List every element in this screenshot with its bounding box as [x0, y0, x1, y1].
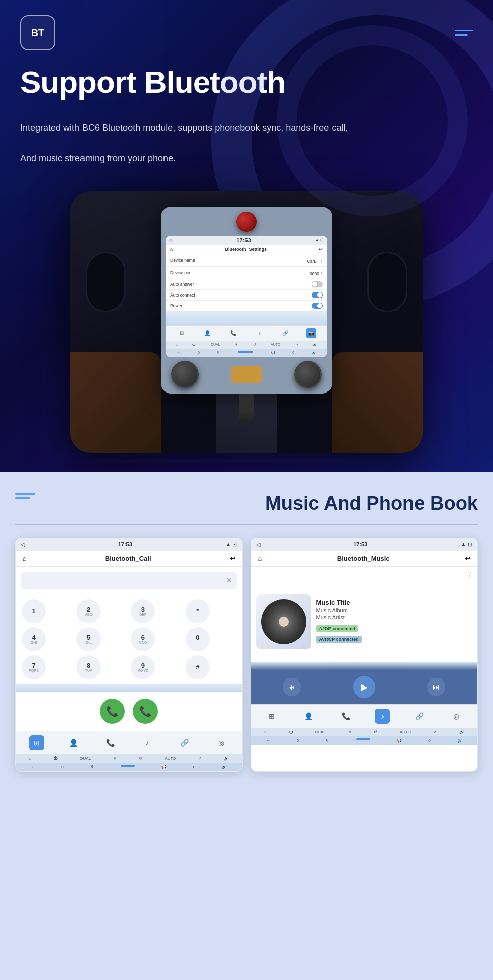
call-signal: ▲ ⊡	[226, 541, 237, 548]
nav-camera-icon[interactable]: 📷	[306, 328, 316, 338]
power-toggle[interactable]	[312, 303, 323, 309]
knob-row	[166, 361, 327, 388]
m-nav-note-icon[interactable]: ♪	[375, 709, 390, 724]
key-main: 9	[141, 662, 145, 669]
nav-phone-icon[interactable]: 📞	[103, 735, 118, 750]
bt-settings-screen: ◁ 17:53 ▲ ⊡ ⌂ Bluetooth_Settings ↩	[166, 236, 327, 357]
s-back: ←	[177, 351, 180, 355]
status-auto: AUTO	[271, 343, 280, 347]
ms-home: ⌂	[264, 730, 267, 734]
avrcp-badge: AVRCP connected	[316, 636, 362, 643]
nav-grid-icon[interactable]: ⊞	[29, 735, 44, 750]
ms-m: 🎙	[325, 738, 330, 743]
s-zero: 0	[198, 351, 200, 355]
call-search-bar[interactable]: ✕	[21, 572, 237, 589]
power-row[interactable]: Power	[166, 301, 327, 311]
car-container: ◁ 17:53 ▲ ⊡ ⌂ Bluetooth_Settings ↩	[20, 181, 473, 463]
prev-button[interactable]: ⏮	[283, 678, 301, 696]
call-back-icon: ↩	[230, 555, 235, 562]
logo-text: BT	[31, 27, 45, 39]
dial-key-4[interactable]: 4 GHI	[22, 627, 46, 651]
disc-center	[279, 617, 289, 627]
search-clear-icon[interactable]: ✕	[226, 576, 232, 584]
dial-key-6[interactable]: 6 MNO	[131, 627, 155, 651]
dial-key-star[interactable]: *	[186, 599, 210, 623]
screen-unit: ◁ 17:53 ▲ ⊡ ⌂ Bluetooth_Settings ↩	[161, 207, 332, 394]
key-main: 2	[87, 606, 90, 613]
device-pin-value: 0000	[310, 271, 319, 276]
nav-person-icon[interactable]: 👤	[66, 735, 81, 750]
bt-screen: ◁ 17:53 ▲ ⊡ ⌂ Bluetooth_Settings ↩	[166, 236, 327, 357]
screen-knob	[236, 212, 257, 232]
album-art	[256, 594, 311, 649]
m-nav-grid-icon[interactable]: ⊞	[264, 709, 279, 724]
nav-music-icon[interactable]: ♪	[255, 328, 265, 338]
dial-key-0[interactable]: 0 -	[186, 627, 210, 651]
m-nav-link-icon[interactable]: 🔗	[412, 709, 427, 724]
device-name-row: Device name CarBT	[166, 254, 327, 267]
call-status-bar-2: ← 0 🎙 📢 0 🔉	[16, 763, 242, 771]
nav-target-icon[interactable]: ◎	[214, 735, 229, 750]
end-call-button[interactable]: 📞	[133, 699, 158, 724]
ms-spk: 🔊	[459, 730, 464, 734]
s-m: 🎙	[90, 765, 94, 769]
music-note-icon: ♪	[468, 569, 472, 579]
a2dp-badge: A2DP connected	[316, 625, 358, 632]
s-loop: ↺	[139, 756, 142, 761]
dial-key-7[interactable]: 7 PQRS	[22, 655, 46, 679]
hero-divider	[20, 110, 473, 110]
nav-note-icon[interactable]: ♪	[140, 735, 155, 750]
m-nav-person-icon[interactable]: 👤	[301, 709, 316, 724]
ms-z2: 0	[428, 738, 430, 743]
s-v2: 🔉	[222, 765, 227, 769]
hamburger-line-1	[455, 30, 473, 31]
section-divider	[15, 524, 478, 525]
dial-key-1[interactable]: 1	[22, 599, 46, 623]
nav-phone-icon[interactable]: 📞	[228, 328, 238, 338]
menu-button[interactable]	[455, 30, 473, 36]
dial-key-9[interactable]: 9 WXYZ	[131, 655, 155, 679]
section-menu-icon[interactable]	[15, 493, 35, 499]
auto-connect-row[interactable]: Auto connect	[166, 290, 327, 301]
home-icon-small: ⌂	[170, 247, 173, 252]
call-button[interactable]: 📞	[100, 699, 125, 724]
m-nav-phone-icon[interactable]: 📞	[338, 709, 353, 724]
key-main: #	[196, 664, 199, 670]
play-button[interactable]: ▶	[353, 676, 375, 698]
auto-answer-row[interactable]: Auto answer	[166, 279, 327, 290]
music-time: 17:53	[353, 541, 367, 547]
bt-logo: BT	[20, 15, 55, 50]
nav-link-icon[interactable]: 🔗	[280, 328, 290, 338]
section-title: Music And Phone Book	[265, 493, 478, 514]
nav-bar: BT	[20, 15, 473, 50]
s-sp: 📢	[161, 765, 167, 769]
nav-person-icon[interactable]: 👤	[202, 328, 212, 338]
status-dual: DUAL	[211, 343, 220, 347]
vent-right	[367, 252, 407, 312]
key-main: 0	[196, 634, 199, 641]
key-main: 8	[87, 662, 90, 669]
dial-key-5[interactable]: 5 JKL	[76, 627, 101, 651]
dial-key-2[interactable]: 2 ABC	[76, 599, 101, 623]
auto-answer-toggle[interactable]	[312, 281, 323, 287]
m-nav-target-icon[interactable]: ◎	[449, 709, 464, 724]
ms-z: 0	[297, 738, 299, 743]
dial-key-3[interactable]: 3 DEF	[131, 599, 155, 623]
nav-grid-icon[interactable]: ⊞	[177, 328, 187, 338]
bt-status-bar-2: ← 0 🎙 📢 0 🔉	[166, 349, 327, 357]
next-button[interactable]: ⏭	[427, 678, 445, 696]
s-z2: 0	[193, 765, 195, 769]
page-title: Support Bluetooth	[20, 65, 473, 100]
dial-key-8[interactable]: 8 TUV	[76, 655, 101, 679]
auto-connect-toggle[interactable]	[312, 292, 323, 298]
left-knob[interactable]	[171, 361, 199, 388]
nav-link-icon[interactable]: 🔗	[177, 735, 192, 750]
s-pwr: ⏻	[53, 756, 57, 761]
music-back-icon: ↩	[465, 555, 470, 562]
call-topbar: ◁ 17:53 ▲ ⊡	[16, 538, 242, 551]
right-knob[interactable]	[294, 361, 322, 388]
dial-key-hash[interactable]: #	[186, 655, 210, 679]
music-badges: A2DP connected AVRCP connected	[316, 623, 473, 644]
seat-left	[70, 352, 161, 453]
section-ham-line-1	[15, 493, 35, 495]
